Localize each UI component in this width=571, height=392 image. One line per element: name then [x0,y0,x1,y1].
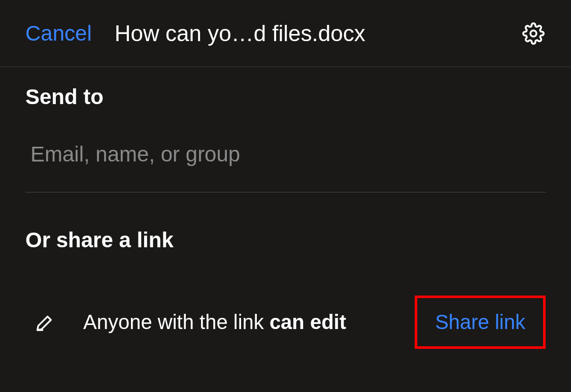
share-link-button[interactable]: Share link [415,296,546,349]
link-permission-row: Anyone with the link can edit Share link [25,296,546,349]
send-to-heading: Send to [25,85,546,109]
share-dialog-header: Cancel How can yo…d files.docx [0,0,571,67]
file-title: How can yo…d files.docx [115,21,521,46]
settings-icon[interactable] [521,21,546,46]
permission-prefix: Anyone with the link [83,311,270,333]
svg-point-0 [530,30,536,37]
share-link-heading: Or share a link [25,228,546,252]
cancel-button[interactable]: Cancel [25,21,92,46]
link-permission-text[interactable]: Anyone with the link can edit [83,311,415,334]
recipient-input[interactable] [25,135,546,192]
share-dialog-content: Send to Or share a link Anyone with the … [0,67,571,392]
edit-icon[interactable] [33,311,55,334]
share-link-section: Or share a link Anyone with the link can… [25,228,546,392]
permission-level: can edit [270,311,346,333]
